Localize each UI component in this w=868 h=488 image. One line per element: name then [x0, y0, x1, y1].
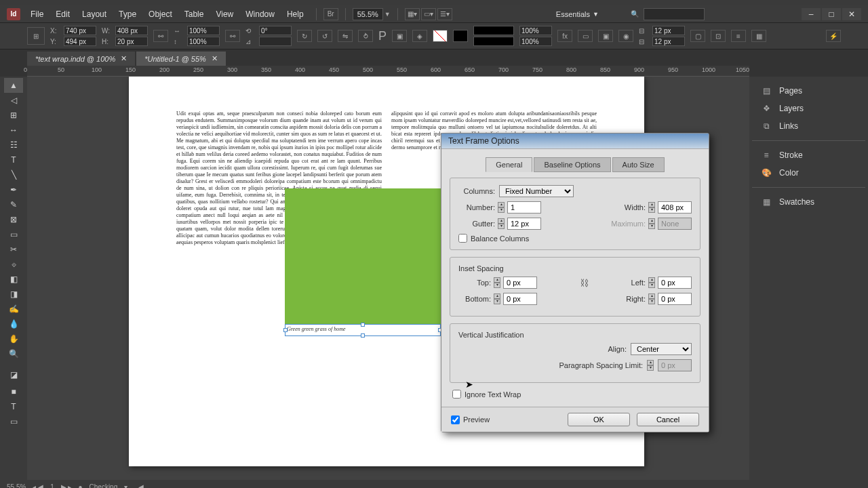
quick-apply-icon[interactable]: ⚡ [826, 30, 841, 42]
opacity-input2[interactable] [519, 37, 552, 46]
menu-edit[interactable]: Edit [50, 7, 75, 21]
shear-input[interactable] [259, 37, 292, 46]
align-select[interactable]: Center [631, 343, 692, 355]
pen-tool[interactable]: ✒ [4, 182, 23, 197]
gradient-swatch-tool[interactable]: ◧ [4, 272, 23, 287]
rotate-90cw-icon[interactable]: ↻ [297, 30, 312, 42]
tab-autosize[interactable]: Auto Size [612, 157, 665, 172]
fill-stroke-swap[interactable]: ◪ [4, 365, 23, 384]
spinner[interactable]: ▴▾ [648, 202, 655, 213]
scale-x-input[interactable] [187, 26, 220, 35]
rectangle-tool[interactable]: ▭ [4, 227, 23, 242]
scale-y-input[interactable] [187, 37, 220, 46]
balance-columns-checkbox[interactable]: Balance Columns [458, 234, 692, 243]
menu-window[interactable]: Window [240, 7, 280, 21]
note-tool[interactable]: ✍ [4, 302, 23, 317]
flip-h-icon[interactable]: ⇋ [338, 30, 353, 42]
hand-tool[interactable]: ✋ [4, 331, 23, 346]
inset-right-input[interactable] [658, 293, 692, 305]
stroke-weight-input[interactable] [652, 26, 685, 35]
caption-frame[interactable]: Green green grass of home [285, 324, 441, 336]
selection-tool[interactable]: ▲ [4, 78, 23, 93]
flip-v-icon[interactable]: ⥁ [358, 30, 373, 42]
inset-top-input[interactable] [503, 277, 537, 289]
content-collector-tool[interactable]: ☷ [4, 138, 23, 152]
select-content-icon[interactable]: ◈ [412, 30, 427, 42]
zoom-level[interactable]: 55.5% [353, 8, 383, 20]
rectangle-frame-tool[interactable]: ⊠ [4, 212, 23, 227]
text-wrap-icon[interactable]: ▦ [751, 30, 766, 42]
fill-swatch[interactable] [433, 30, 448, 42]
view-options-icon[interactable]: ▦▾ [405, 8, 420, 20]
constrain-icon[interactable]: ⚯ [153, 30, 168, 42]
tab-close-icon[interactable]: ✕ [121, 54, 127, 63]
gap-tool[interactable]: ↔ [4, 123, 23, 138]
line-tool[interactable]: ╲ [4, 167, 23, 182]
inset-bottom-input[interactable] [503, 293, 537, 305]
apply-color[interactable]: ■ [4, 384, 23, 399]
menu-view[interactable]: View [210, 7, 239, 21]
w-input[interactable] [115, 26, 148, 35]
spinner[interactable]: ▴▾ [494, 277, 500, 288]
menu-help[interactable]: Help [281, 7, 309, 21]
menu-layout[interactable]: Layout [77, 7, 112, 21]
ok-button[interactable]: OK [568, 413, 630, 426]
maximize-button[interactable]: □ [822, 8, 841, 20]
ignore-text-wrap-checkbox[interactable]: Ignore Text Wrap [452, 390, 701, 399]
x-input[interactable] [64, 26, 96, 35]
menu-file[interactable]: File [25, 7, 49, 21]
columns-number-input[interactable] [507, 201, 541, 214]
workspace-switcher[interactable]: Essentials [556, 10, 590, 18]
columns-gutter-input[interactable] [507, 218, 541, 230]
menu-table[interactable]: Table [179, 7, 210, 21]
frame-handle[interactable] [283, 328, 288, 332]
spinner[interactable]: ▴▾ [494, 293, 500, 304]
gradient-feather-tool[interactable]: ◨ [4, 287, 23, 302]
align-icon[interactable]: ≡ [731, 30, 746, 42]
panel-layers[interactable]: ❖Layers [752, 100, 865, 117]
tab-baseline[interactable]: Baseline Options [534, 157, 610, 172]
placed-rectangle[interactable] [285, 188, 441, 324]
apply-none[interactable]: T [4, 399, 23, 414]
h-input[interactable] [115, 37, 148, 46]
close-button[interactable]: ✕ [842, 8, 861, 20]
columns-width-input[interactable] [658, 201, 692, 214]
spinner[interactable]: ▴▾ [648, 293, 655, 304]
select-container-icon[interactable]: ▣ [392, 30, 407, 42]
menu-type[interactable]: Type [113, 7, 142, 21]
stroke-style2[interactable] [473, 37, 514, 46]
corner-options-icon[interactable]: ▢ [690, 30, 705, 42]
spinner[interactable]: ▴▾ [498, 202, 505, 213]
tab-close-icon[interactable]: ✕ [212, 54, 218, 63]
cancel-button[interactable]: Cancel [637, 413, 699, 426]
tab-general[interactable]: General [486, 157, 532, 172]
eyedropper-tool[interactable]: 💧 [4, 317, 23, 331]
inset-left-input[interactable] [658, 277, 692, 289]
panel-swatches[interactable]: ▦Swatches [752, 193, 865, 211]
zoom-tool[interactable]: 🔍 [4, 346, 23, 361]
rotate-90ccw-icon[interactable]: ↺ [317, 30, 332, 42]
menu-object[interactable]: Object [143, 7, 178, 21]
stroke-style[interactable] [473, 26, 514, 35]
preview-checkbox[interactable]: Preview [451, 415, 490, 424]
opacity-input[interactable] [519, 26, 552, 35]
y-input[interactable] [64, 37, 96, 46]
pencil-tool[interactable]: ✎ [4, 197, 23, 212]
wrap-bbox-icon[interactable]: ▣ [598, 30, 613, 42]
page-number[interactable]: 1 [50, 483, 54, 489]
link-inset-icon[interactable]: ⛓ [580, 278, 589, 288]
wrap-none-icon[interactable]: ▭ [578, 30, 593, 42]
page-tool[interactable]: ⊞ [4, 108, 23, 123]
panel-pages[interactable]: ▤Pages [752, 82, 865, 100]
direct-selection-tool[interactable]: ◁ [4, 93, 23, 108]
spinner[interactable]: ▴▾ [498, 218, 505, 229]
document-tab[interactable]: *Untitled-1 @ 55% ✕ [136, 52, 226, 66]
panel-stroke[interactable]: ≡Stroke [752, 146, 865, 164]
fit-frame-icon[interactable]: ⊡ [711, 30, 726, 42]
search-input[interactable] [644, 8, 705, 20]
type-tool[interactable]: T [4, 152, 23, 167]
screen-mode-icon[interactable]: ▭▾ [421, 8, 436, 20]
document-tab[interactable]: *text wrap.indd @ 100% ✕ [27, 52, 135, 66]
rotate-input[interactable] [259, 26, 292, 35]
scissors-tool[interactable]: ✂ [4, 242, 23, 257]
